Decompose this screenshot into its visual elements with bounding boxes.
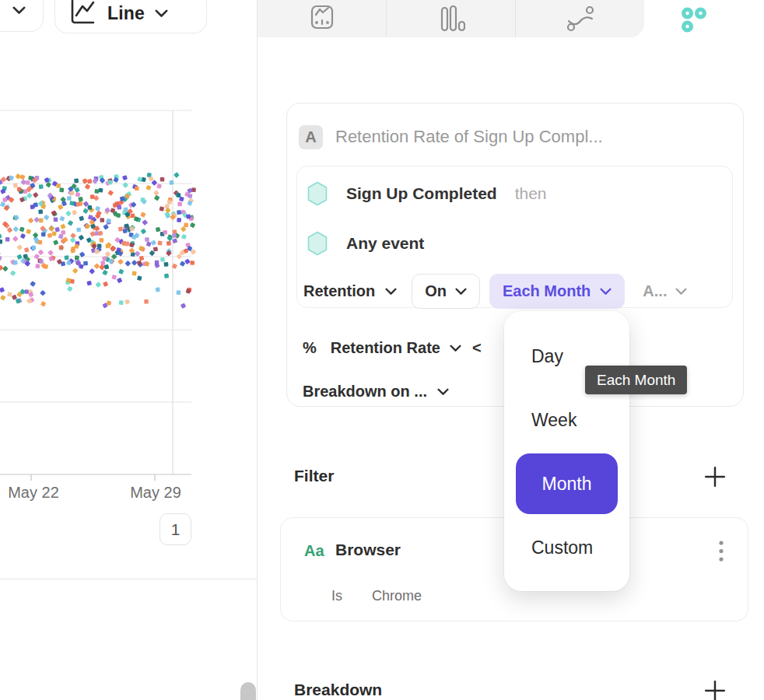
breakdown-on-label: Breakdown on ... <box>303 383 427 401</box>
bar-chart-icon <box>437 5 465 33</box>
correlate-dots-icon <box>680 6 708 34</box>
visualization-tab-bar <box>258 0 644 37</box>
retention-dropdown[interactable]: Retention <box>303 282 397 300</box>
property-type-badge: Aa <box>304 542 324 560</box>
add-filter-button[interactable] <box>702 464 728 490</box>
chart-panel: May 22 May 29 1 <box>0 0 258 700</box>
event-name[interactable]: Sign Up Completed <box>346 184 497 203</box>
tab-flow[interactable] <box>515 0 644 37</box>
chevron-down-icon <box>600 288 612 296</box>
menu-item-month-selected[interactable]: Month <box>516 453 618 514</box>
x-axis-tick-label: May 22 <box>1 484 66 502</box>
series-letter-badge: A <box>299 125 323 149</box>
chevron-down-icon <box>12 6 26 15</box>
kebab-menu-icon <box>719 541 724 562</box>
aggregate-dropdown[interactable]: A... <box>643 282 687 300</box>
collapsed-dropdown-button[interactable] <box>0 0 44 32</box>
chevron-down-icon <box>155 9 168 18</box>
tab-chart-preview[interactable] <box>258 0 386 37</box>
add-breakdown-button[interactable] <box>702 677 728 700</box>
aggregate-dropdown-label: A... <box>643 282 667 300</box>
filter-value[interactable]: Chrome <box>372 588 422 604</box>
breakdown-section-title: Breakdown <box>294 681 382 699</box>
on-dropdown-label: On <box>425 282 447 300</box>
period-dropdown[interactable]: Each Month <box>489 274 625 309</box>
retention-dropdown-label: Retention <box>303 282 375 300</box>
plus-icon <box>703 465 727 488</box>
filter-options-kebab-button[interactable] <box>713 540 729 563</box>
tab-bar-chart[interactable] <box>386 0 515 37</box>
filter-operator[interactable]: Is <box>331 588 342 604</box>
event-hexagon-icon <box>307 181 328 206</box>
chart-preview-icon <box>308 5 336 33</box>
query-title-input[interactable]: Retention Rate of Sign Up Compl... <box>335 127 603 147</box>
period-dropdown-label: Each Month <box>503 282 591 300</box>
chevron-down-icon <box>437 388 449 396</box>
plus-icon <box>703 679 727 700</box>
event-row[interactable]: Any event <box>307 231 424 256</box>
tab-correlate-active[interactable] <box>669 3 728 37</box>
scrollbar-thumb[interactable] <box>240 682 256 700</box>
each-month-tooltip: Each Month <box>585 366 687 394</box>
measure-label: Retention Rate <box>331 339 440 357</box>
filter-property-name[interactable]: Browser <box>335 541 401 559</box>
event-suffix: then <box>515 184 547 203</box>
line-button-label: Line <box>107 3 145 24</box>
menu-item-custom[interactable]: Custom <box>504 526 629 570</box>
chart-type-line-button[interactable]: Line <box>54 0 207 33</box>
percent-prefix: % <box>303 339 317 357</box>
breakdown-on-dropdown[interactable]: Breakdown on ... <box>303 383 449 401</box>
measure-suffix-text: < <box>472 339 482 357</box>
retention-settings-row: Retention On Each Month A... <box>303 274 687 309</box>
chevron-down-icon <box>675 288 687 296</box>
on-dropdown[interactable]: On <box>412 274 480 309</box>
measure-row[interactable]: % Retention Rate < <box>303 339 482 357</box>
pagination-page-button[interactable]: 1 <box>159 513 191 545</box>
menu-item-week[interactable]: Week <box>504 398 629 443</box>
panel-divider <box>0 579 258 579</box>
x-axis-tick-label: May 29 <box>123 484 188 502</box>
filter-section-title: Filter <box>294 467 334 485</box>
period-dropdown-menu: Day Week Month Custom <box>504 311 629 591</box>
event-hexagon-icon <box>307 231 328 256</box>
event-sequence-card: Sign Up Completed then Any event Retenti… <box>296 166 733 308</box>
chevron-down-icon <box>455 288 467 296</box>
line-chart-icon <box>68 0 97 28</box>
event-row[interactable]: Sign Up Completed then <box>307 181 547 206</box>
event-name[interactable]: Any event <box>346 234 424 253</box>
retention-scatter-chart <box>0 0 258 700</box>
chevron-down-icon <box>450 345 461 352</box>
flow-squiggle-icon <box>566 5 595 33</box>
chevron-down-icon <box>385 288 397 296</box>
